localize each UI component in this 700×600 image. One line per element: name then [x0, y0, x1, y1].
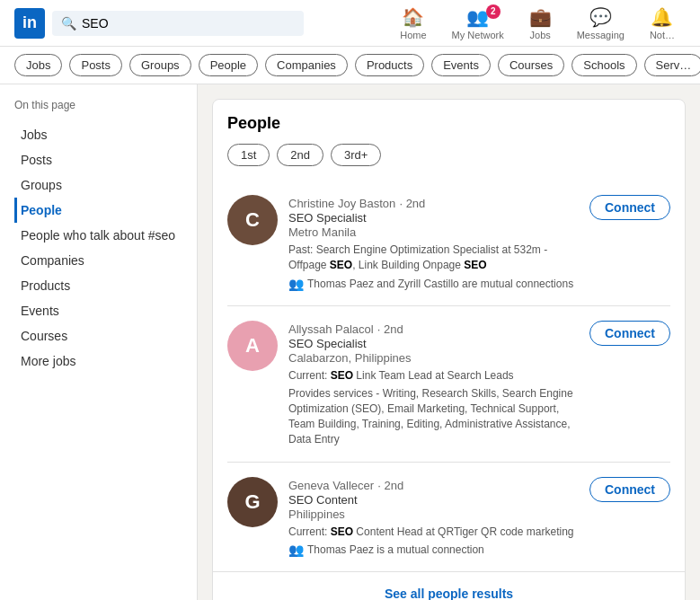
table-row: A Allyssah Palacol · 2nd SEO Specialist … — [227, 306, 670, 463]
sidebar-item-more-jobs[interactable]: More jobs — [14, 349, 182, 374]
content-area: People 1st 2nd 3rd+ C Christine Joy Bast… — [198, 84, 700, 600]
person-location: Metro Manila — [288, 225, 579, 239]
degree-3rd[interactable]: 3rd+ — [331, 144, 381, 166]
nav-home[interactable]: 🏠 Home — [389, 3, 437, 44]
person-title: SEO Content — [288, 493, 579, 507]
connect-button[interactable]: Connect — [589, 477, 670, 502]
avatar: G — [227, 477, 278, 527]
person-name: Christine Joy Baston · 2nd — [288, 195, 579, 210]
filter-posts[interactable]: Posts — [69, 54, 122, 76]
home-icon: 🏠 — [402, 6, 424, 28]
person-degree: · 2nd — [399, 197, 425, 210]
mutual-icon: 👥 — [288, 543, 304, 557]
filter-schools[interactable]: Schools — [572, 54, 636, 76]
person-info: Allyssah Palacol · 2nd SEO Specialist Ca… — [288, 321, 579, 447]
sidebar-item-products[interactable]: Products — [14, 273, 182, 298]
filter-courses[interactable]: Courses — [498, 54, 564, 76]
search-icon: 🔍 — [61, 16, 76, 31]
person-name-text: Geneva Vallecer — [288, 479, 374, 492]
nav-my-network[interactable]: 👥 2 My Network — [441, 3, 515, 44]
person-degree: · 2nd — [377, 479, 403, 492]
person-info: Geneva Vallecer · 2nd SEO Content Philip… — [288, 477, 579, 558]
connect-button[interactable]: Connect — [589, 195, 670, 220]
linkedin-logo[interactable]: in — [14, 8, 45, 39]
degree-1st[interactable]: 1st — [227, 144, 270, 166]
person-name: Geneva Vallecer · 2nd — [288, 477, 579, 492]
table-row: G Geneva Vallecer · 2nd SEO Content Phil… — [227, 463, 670, 572]
person-name: Allyssah Palacol · 2nd — [288, 321, 579, 336]
search-input[interactable] — [82, 16, 295, 31]
person-title: SEO Specialist — [288, 211, 579, 225]
main-layout: On this page Jobs Posts Groups People Pe… — [0, 84, 700, 600]
nav-notifications-label: Not… — [650, 30, 675, 40]
see-all-people[interactable]: See all people results — [213, 571, 685, 600]
nav-bar: 🏠 Home 👥 2 My Network 💼 Jobs 💬 Messaging… — [389, 3, 686, 44]
person-past: Past: Search Engine Optimization Special… — [288, 243, 579, 273]
person-mutual: 👥 Thomas Paez is a mutual connection — [288, 543, 579, 557]
mutual-icon: 👥 — [288, 277, 304, 291]
person-current: Current: SEO Content Head at QRTiger QR … — [288, 525, 579, 540]
person-info: Christine Joy Baston · 2nd SEO Specialis… — [288, 195, 579, 291]
person-name-text: Allyssah Palacol — [288, 322, 374, 336]
sidebar: On this page Jobs Posts Groups People Pe… — [0, 84, 198, 600]
sidebar-item-jobs[interactable]: Jobs — [14, 122, 182, 147]
nav-notifications[interactable]: 🔔 Not… — [639, 3, 686, 44]
filter-bar: Jobs Posts Groups People Companies Produ… — [0, 47, 700, 84]
filter-companies[interactable]: Companies — [265, 54, 348, 76]
sidebar-item-events[interactable]: Events — [14, 298, 182, 323]
persons-list: C Christine Joy Baston · 2nd SEO Special… — [213, 181, 685, 571]
degree-2nd[interactable]: 2nd — [277, 144, 323, 166]
sidebar-title: On this page — [14, 99, 182, 111]
search-bar[interactable]: 🔍 — [52, 11, 304, 36]
nav-messaging-label: Messaging — [577, 30, 625, 40]
filter-jobs[interactable]: Jobs — [14, 54, 62, 76]
person-services: Provides services - Writing, Research Sk… — [288, 386, 579, 446]
avatar: A — [227, 321, 278, 371]
avatar: C — [227, 195, 278, 245]
nav-home-label: Home — [400, 30, 426, 40]
notifications-icon: 🔔 — [651, 6, 673, 28]
people-card: People 1st 2nd 3rd+ C Christine Joy Bast… — [212, 99, 686, 600]
connect-button[interactable]: Connect — [589, 321, 670, 346]
filter-products[interactable]: Products — [355, 54, 424, 76]
nav-network-label: My Network — [452, 30, 504, 40]
person-name-text: Christine Joy Baston — [288, 197, 395, 210]
mutual-text: Thomas Paez and Zyrill Castillo are mutu… — [307, 278, 573, 290]
person-location: Calabarzon, Philippines — [288, 351, 579, 365]
jobs-icon: 💼 — [529, 6, 552, 28]
filter-services[interactable]: Serv… — [644, 54, 700, 76]
mutual-text: Thomas Paez is a mutual connection — [307, 543, 484, 556]
filter-groups[interactable]: Groups — [129, 54, 191, 76]
filter-people[interactable]: People — [199, 54, 258, 76]
nav-messaging[interactable]: 💬 Messaging — [566, 3, 635, 44]
person-degree: · 2nd — [377, 322, 403, 336]
person-mutual: 👥 Thomas Paez and Zyrill Castillo are mu… — [288, 277, 579, 291]
sidebar-item-groups[interactable]: Groups — [14, 172, 182, 198]
sidebar-item-courses[interactable]: Courses — [14, 323, 182, 349]
person-title: SEO Specialist — [288, 337, 579, 350]
sidebar-item-posts[interactable]: Posts — [14, 147, 182, 172]
sidebar-item-people[interactable]: People — [14, 198, 182, 223]
nav-jobs[interactable]: 💼 Jobs — [518, 3, 563, 44]
person-current: Current: SEO Link Team Lead at Search Le… — [288, 368, 579, 384]
degree-filters: 1st 2nd 3rd+ — [227, 144, 670, 166]
people-section-title: People — [227, 114, 670, 133]
person-location: Philippines — [288, 507, 579, 521]
network-badge: 2 — [486, 4, 501, 19]
sidebar-item-people-hashtag[interactable]: People who talk about #seo — [14, 223, 182, 248]
sidebar-item-companies[interactable]: Companies — [14, 248, 182, 273]
filter-events[interactable]: Events — [431, 54, 491, 76]
header: in 🔍 🏠 Home 👥 2 My Network 💼 Jobs 💬 Mess… — [0, 0, 700, 47]
nav-jobs-label: Jobs — [530, 30, 551, 40]
table-row: C Christine Joy Baston · 2nd SEO Special… — [227, 181, 670, 306]
messaging-icon: 💬 — [589, 6, 612, 28]
